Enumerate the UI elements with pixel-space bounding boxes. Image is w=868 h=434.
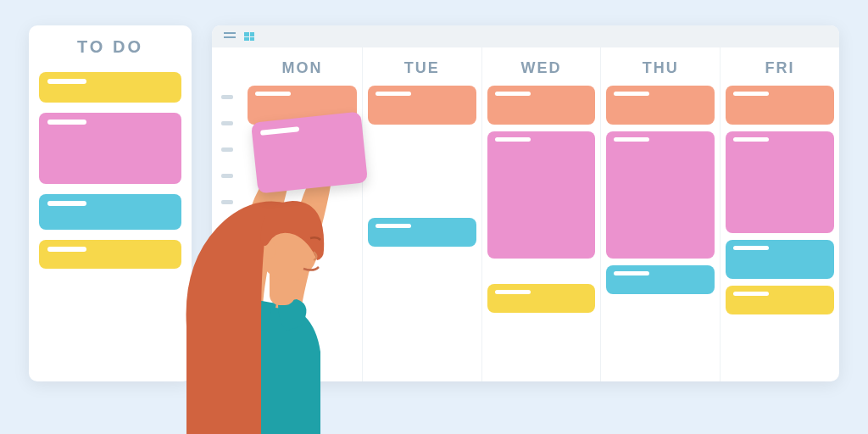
card-stripe bbox=[47, 120, 86, 125]
card-stripe bbox=[614, 271, 649, 275]
dragging-card[interactable] bbox=[251, 111, 368, 193]
day-header: FRI bbox=[726, 47, 834, 86]
calendar-event[interactable] bbox=[606, 265, 715, 294]
list-view-icon[interactable] bbox=[224, 32, 236, 41]
card-stripe bbox=[260, 126, 299, 136]
day-header: TUE bbox=[368, 47, 476, 86]
card-stripe bbox=[495, 137, 531, 142]
todo-item[interactable] bbox=[39, 72, 181, 103]
person-illustration bbox=[144, 157, 398, 434]
card-stripe bbox=[47, 201, 86, 206]
calendar-event[interactable] bbox=[726, 286, 834, 314]
calendar-event[interactable] bbox=[487, 131, 596, 259]
calendar-event[interactable] bbox=[487, 86, 596, 125]
grid-view-icon[interactable] bbox=[244, 32, 254, 41]
calendar-event[interactable] bbox=[726, 131, 834, 233]
card-stripe bbox=[733, 137, 769, 142]
calendar-event[interactable] bbox=[606, 86, 715, 125]
calendar-event[interactable] bbox=[487, 284, 596, 313]
day-column-wed[interactable]: WED bbox=[481, 47, 601, 381]
todo-title: TO DO bbox=[39, 37, 181, 57]
card-stripe bbox=[614, 137, 649, 142]
card-stripe bbox=[376, 92, 411, 96]
day-header: MON bbox=[248, 47, 357, 86]
day-column-thu[interactable]: THU bbox=[600, 47, 720, 381]
time-tick bbox=[221, 95, 233, 99]
calendar-event[interactable] bbox=[606, 131, 715, 259]
card-stripe bbox=[614, 92, 649, 96]
calendar-event[interactable] bbox=[726, 240, 834, 279]
time-tick bbox=[221, 147, 233, 152]
card-stripe bbox=[733, 92, 769, 96]
card-stripe bbox=[47, 247, 86, 252]
card-stripe bbox=[733, 246, 769, 250]
calendar-toolbar bbox=[212, 25, 839, 47]
day-header: THU bbox=[606, 47, 715, 86]
card-stripe bbox=[733, 292, 769, 296]
card-stripe bbox=[255, 92, 291, 96]
time-tick bbox=[221, 121, 233, 125]
card-stripe bbox=[495, 92, 531, 96]
calendar-event[interactable] bbox=[726, 86, 834, 125]
day-column-fri[interactable]: FRI bbox=[720, 47, 839, 381]
day-header: WED bbox=[487, 47, 596, 86]
card-stripe bbox=[495, 290, 531, 294]
calendar-event[interactable] bbox=[368, 86, 476, 125]
card-stripe bbox=[47, 79, 86, 84]
